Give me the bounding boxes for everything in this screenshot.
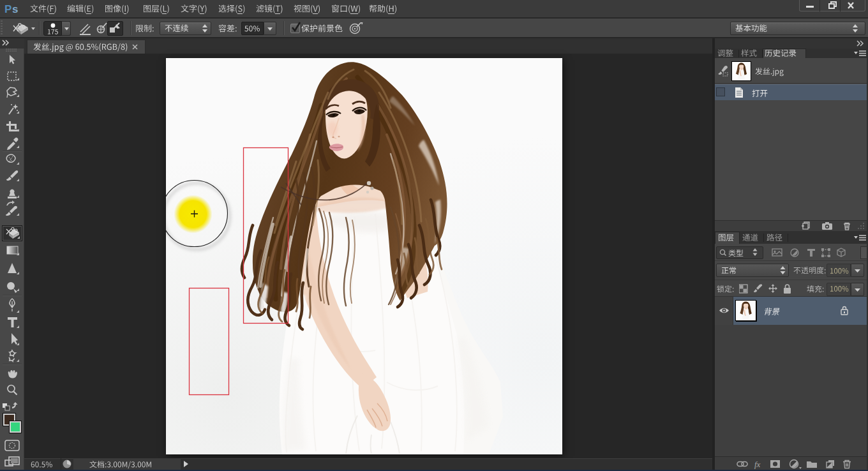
svg-text:s: s (12, 3, 18, 15)
svg-text:P: P (4, 3, 11, 15)
svg-text:fx: fx (754, 460, 761, 469)
